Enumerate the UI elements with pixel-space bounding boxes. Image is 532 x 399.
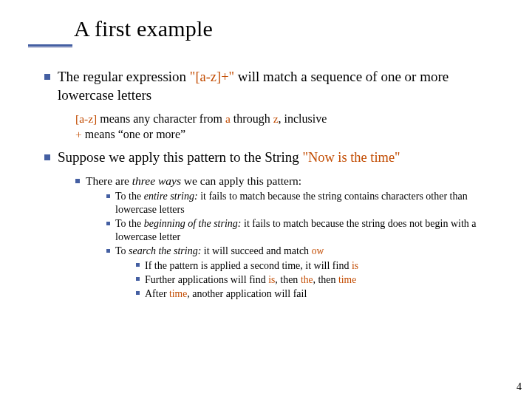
code-z: z [273,112,279,125]
italic-text: beginning of the string: [144,218,242,229]
text: means any character from [97,112,225,125]
text: , then [313,274,338,285]
text: There are [86,174,132,187]
code-the: the [301,274,313,285]
text: If the pattern is applied a second time,… [145,260,352,271]
slide-title: A first example [74,16,532,41]
italic-text: search the string: [129,245,201,256]
code-plus: + [75,128,82,140]
square-bullet-icon [136,277,140,281]
code-is: is [268,274,275,285]
code-is: is [352,260,358,271]
square-bullet-icon [106,222,110,225]
text: Further applications will find [145,274,268,285]
slide-title-area: A first example [28,0,532,41]
square-bullet-icon [44,154,50,160]
code-time: time [169,288,187,299]
title-accent-shadow [28,47,72,48]
text: through [231,112,273,125]
text: we can apply this pattern: [181,174,301,187]
code-ow: ow [312,245,324,256]
text: After [145,288,169,299]
code-string: "Now is the time" [302,150,400,165]
text: Suppose we apply this pattern to the Str… [58,149,302,165]
bullet-further: Further applications will find is, then … [136,273,505,287]
bullet-after: After time, another application will fai… [136,287,505,301]
slide-body: The regular expression "[a-z]+" will mat… [44,68,505,302]
text: , inclusive [279,112,327,125]
code-a: a [225,112,231,125]
code-regex: "[a-z]+" [190,69,234,84]
text: The regular expression [58,69,190,84]
bullet-beginning-string: To the beginning of the string: it fails… [106,217,505,244]
bullet-second-time: If the pattern is applied a second time,… [136,259,505,273]
bullet-three-ways: There are three ways we can apply this p… [75,174,505,301]
text: To the [115,218,144,229]
sub-bullet-plus-meaning: + means “one or more” [75,127,505,142]
text: , another application will fail [187,288,307,299]
text: , then [275,274,301,285]
bullet-entire-string: To the entire string: it fails to match … [106,190,505,216]
bullet-apply-pattern: Suppose we apply this pattern to the Str… [44,149,505,167]
text: To the [115,191,144,202]
italic-text: entire string: [144,191,198,202]
bullet-search-string: To search the string: it will succeed an… [106,245,505,301]
text: means “one or more” [82,128,185,140]
code-time: time [338,274,356,285]
italic-text: three ways [132,174,181,187]
text: To [115,245,129,256]
square-bullet-icon [136,291,140,295]
square-bullet-icon [106,249,110,253]
sub-bullet-az-meaning: [a-z] means any character from a through… [75,112,505,126]
slide-number: 4 [516,381,522,393]
square-bullet-icon [106,194,110,198]
text: it will succeed and match [201,245,311,256]
bullet-regex-intro: The regular expression "[a-z]+" will mat… [44,68,505,104]
square-bullet-icon [136,263,140,267]
square-bullet-icon [75,179,80,183]
square-bullet-icon [44,74,50,80]
code-charclass: [a-z] [75,112,97,125]
